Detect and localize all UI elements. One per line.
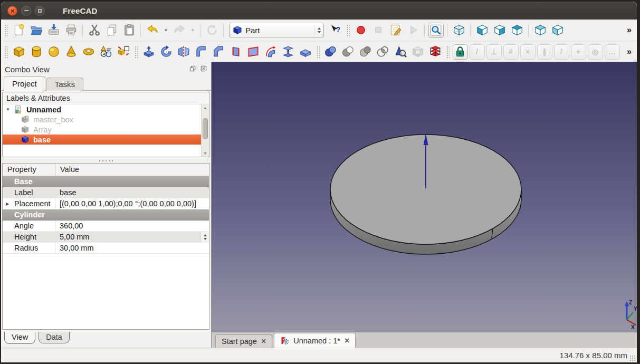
property-name[interactable]: ▶Placement — [3, 198, 55, 209]
close-panel-button[interactable] — [199, 65, 207, 73]
property-value[interactable]: [(0,00 0,00 1,00);0,00 °;(0,00 0,00 0,00… — [55, 198, 209, 209]
toolbar-grip[interactable] — [446, 45, 450, 58]
part-ruled-surface-button[interactable] — [228, 44, 244, 60]
cut-button[interactable] — [87, 22, 102, 38]
scroll-up-icon[interactable] — [202, 104, 209, 111]
redo-dropdown-button[interactable] — [189, 22, 197, 38]
property-value[interactable]: base — [55, 187, 209, 198]
close-tab-icon[interactable]: × — [261, 337, 266, 346]
view-front-button[interactable] — [474, 22, 490, 38]
part-shape-builder-button[interactable] — [116, 44, 131, 60]
whats-this-button[interactable]: ? — [328, 22, 343, 38]
boolean-section-button[interactable] — [375, 44, 391, 60]
tree-expander-icon[interactable]: ▼ — [6, 107, 14, 112]
panel-splitter[interactable] — [2, 158, 209, 162]
undo-dropdown-button[interactable] — [162, 22, 170, 38]
titlebar[interactable]: × FreeCAD — [1, 2, 637, 20]
view-rear-button[interactable] — [532, 22, 548, 38]
toolbar-grip[interactable] — [316, 45, 320, 58]
concentric-constraint-button[interactable]: ◎ — [588, 44, 603, 60]
more-constraints-button[interactable]: … — [605, 44, 620, 60]
undo-button[interactable] — [145, 22, 160, 38]
tree-item-unnamed[interactable]: ▼Unnamed — [3, 104, 201, 114]
value-column-header[interactable]: Value — [55, 164, 209, 176]
axial-constraint-button[interactable]: / — [554, 44, 569, 60]
resize-grip[interactable] — [629, 355, 636, 361]
expand-arrow-icon[interactable]: ▶ — [6, 202, 9, 206]
part-torus-button[interactable] — [81, 44, 97, 60]
property-value[interactable]: 5,00 mm — [55, 232, 209, 242]
float-panel-button[interactable] — [188, 65, 196, 73]
macro-record-button[interactable] — [353, 22, 369, 38]
prop-radius[interactable]: Radius30,00 mm — [3, 243, 209, 254]
refresh-button[interactable] — [204, 22, 220, 38]
macro-edit-button[interactable] — [388, 22, 404, 38]
prop-height[interactable]: Height5,00 mm — [3, 232, 209, 243]
close-button[interactable]: × — [7, 6, 17, 16]
prop-label[interactable]: Labelbase — [3, 187, 209, 198]
tab-data[interactable]: Data — [39, 332, 70, 343]
part-cylinder-button[interactable] — [28, 44, 44, 60]
part-cone-button[interactable] — [63, 44, 79, 60]
close-tab-icon[interactable]: × — [345, 337, 349, 345]
lock-constraint-button[interactable] — [453, 44, 468, 60]
print-button[interactable] — [63, 22, 79, 38]
boolean-common-button[interactable] — [358, 44, 374, 60]
property-name[interactable]: Angle — [3, 221, 55, 231]
spinner-arrows-icon[interactable] — [314, 26, 323, 35]
cross-constraint-button[interactable]: × — [520, 44, 536, 60]
part-sphere-button[interactable] — [46, 44, 62, 60]
maximize-button[interactable] — [35, 6, 45, 16]
part-fillet-button[interactable] — [193, 44, 209, 60]
value-spinner[interactable] — [200, 232, 209, 242]
move-constraint-button[interactable]: + — [571, 44, 586, 60]
view-left-button[interactable] — [550, 22, 566, 38]
macro-stop-button[interactable] — [370, 22, 386, 38]
toolbar-grip[interactable] — [4, 24, 8, 36]
view-axonometric-button[interactable] — [451, 22, 467, 38]
tab-tasks[interactable]: Tasks — [46, 78, 83, 91]
toolbar-grip[interactable] — [346, 24, 350, 36]
scroll-down-icon[interactable] — [202, 150, 209, 157]
grid-constraint-button[interactable]: # — [503, 44, 519, 60]
save-file-button[interactable] — [46, 22, 62, 38]
view-right-button[interactable] — [492, 22, 508, 38]
view-top-button[interactable] — [509, 22, 525, 38]
check-geometry-button[interactable] — [393, 44, 408, 60]
tree-scrollbar[interactable] — [201, 104, 209, 157]
parallel-constraint-button[interactable]: ∥ — [537, 44, 552, 60]
part-make-face-button[interactable] — [245, 44, 261, 60]
toolbar-grip[interactable] — [134, 45, 138, 58]
property-name[interactable]: Height — [3, 232, 55, 242]
part-thickness-button[interactable] — [298, 44, 313, 60]
open-file-button[interactable] — [28, 22, 44, 38]
perpendicular-constraint-button[interactable]: ⊥ — [486, 44, 502, 60]
workbench-selector[interactable]: Part — [229, 23, 324, 37]
toolbar-overflow-main[interactable]: » — [627, 25, 632, 35]
redo-button[interactable] — [171, 22, 187, 38]
property-column-header[interactable]: Property — [3, 164, 55, 176]
snap-constraint-button[interactable]: / — [470, 44, 485, 60]
property-name[interactable]: Label — [3, 187, 55, 198]
property-value[interactable]: 30,00 mm — [55, 243, 209, 253]
part-box-button[interactable] — [11, 44, 27, 60]
prop-group-base[interactable]: Base — [3, 176, 209, 187]
prop-group-cylinder[interactable]: Cylinder — [3, 209, 209, 221]
tab-project[interactable]: Project — [4, 76, 45, 91]
part-extrude-button[interactable] — [141, 44, 157, 60]
prop-placement[interactable]: ▶Placement[(0,00 0,00 1,00);0,00 °;(0,00… — [3, 198, 209, 209]
macro-play-button[interactable] — [405, 22, 421, 38]
prop-angle[interactable]: Angle360,00 — [3, 221, 209, 232]
mdi-tab-start-page[interactable]: Start page× — [215, 334, 272, 348]
property-value[interactable]: 360,00 — [55, 221, 209, 231]
fit-all-button[interactable] — [428, 23, 444, 38]
part-loft-button[interactable] — [280, 44, 296, 60]
copy-button[interactable] — [104, 22, 120, 38]
property-name[interactable]: Radius — [3, 243, 55, 253]
boolean-union-button[interactable] — [323, 44, 339, 60]
mdi-tab-unnamed[interactable]: Unnamed : 1*× — [274, 333, 356, 348]
3d-canvas[interactable]: Z Y X — [212, 62, 637, 332]
part-primitives-button[interactable] — [98, 44, 114, 60]
tree-item-master-box[interactable]: master_box — [3, 114, 201, 124]
3d-viewport[interactable]: Z Y X Start page×Unnamed : 1*× — [212, 62, 637, 348]
